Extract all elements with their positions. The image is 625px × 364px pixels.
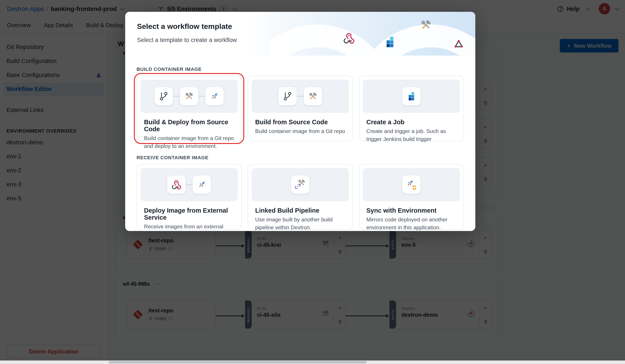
rocket-sync-icon <box>402 176 421 194</box>
build-template-grid: Build & Deploy from Source Code Build co… <box>137 76 464 141</box>
workflow-template-modal: Select a workflow template Select a temp… <box>125 12 475 231</box>
template-card-title: Deploy Image from External Service <box>144 207 234 221</box>
template-card-build-deploy-source[interactable]: Build & Deploy from Source Code Build co… <box>137 76 242 141</box>
card-icon-strip <box>252 80 349 113</box>
icon-connector <box>297 96 304 97</box>
receive-template-grid: Deploy Image from External Service Recei… <box>137 164 464 230</box>
modal-subtitle: Select a template to create a workflow <box>137 37 237 43</box>
card-icon-strip <box>363 80 460 113</box>
linked-build-icon <box>291 176 310 194</box>
card-icon-strip <box>140 168 238 201</box>
icon-connector <box>186 184 192 185</box>
template-card-description: Use image built by another build pipelin… <box>255 216 345 231</box>
build-tools-icon <box>304 87 322 105</box>
section-heading-receive: RECEIVE CONTAINER IMAGE <box>137 155 464 160</box>
template-card-description: Mirrors code deployed on another environ… <box>366 216 457 231</box>
job-blocks-icon <box>402 87 421 105</box>
git-branch-icon <box>278 87 297 105</box>
template-card-description: Receive images from an external service … <box>144 223 234 231</box>
template-card-title: Linked Build Pipeline <box>255 207 345 214</box>
template-card-sync-environment[interactable]: Sync with Environment Mirrors code deplo… <box>359 164 464 230</box>
card-icon-strip <box>363 168 460 201</box>
modal-body: BUILD CONTAINER IMAGE Build & Deploy fro… <box>125 66 475 230</box>
template-card-description: Build container image from a Git repo an… <box>144 135 234 150</box>
job-blocks-icon <box>383 35 397 50</box>
cd-triangle-icon <box>453 38 465 53</box>
rocket-icon <box>205 87 224 105</box>
template-card-create-job[interactable]: Create a Job Create and trigger a job. S… <box>359 76 464 141</box>
icon-connector <box>198 96 205 97</box>
template-card-deploy-external[interactable]: Deploy Image from External Service Recei… <box>137 164 242 230</box>
build-tools-icon <box>180 87 198 105</box>
modal-header: Select a workflow template Select a temp… <box>125 12 475 56</box>
ribbon-graphic <box>270 12 475 56</box>
git-branch-icon <box>155 87 173 105</box>
scrollbar-thumb[interactable] <box>109 361 367 364</box>
section-heading-build: BUILD CONTAINER IMAGE <box>137 66 464 72</box>
modal-title: Select a workflow template <box>137 22 232 31</box>
webhook-icon <box>167 176 186 194</box>
rocket-icon <box>192 176 211 194</box>
icon-connector <box>173 96 180 97</box>
app-root: Devtron Apps / banking-frontend-prod 5/5… <box>0 0 625 364</box>
card-icon-strip <box>252 168 349 201</box>
card-icon-strip <box>140 80 238 113</box>
template-card-title: Build & Deploy from Source Code <box>144 119 234 133</box>
template-card-title: Build from Source Code <box>255 119 345 125</box>
build-tools-icon <box>419 18 433 33</box>
template-card-title: Sync with Environment <box>366 207 457 214</box>
template-card-build-source[interactable]: Build from Source Code Build container i… <box>248 76 353 141</box>
template-card-linked-build[interactable]: Linked Build Pipeline Use image built by… <box>248 164 353 230</box>
template-card-description: Build container image from a Git repo <box>255 128 345 135</box>
template-card-description: Create and trigger a job. Such as trigge… <box>366 128 457 143</box>
devtron-screen: Devtron Apps / banking-frontend-prod 5/5… <box>0 0 625 364</box>
template-card-title: Create a Job <box>366 119 457 125</box>
ci-webhook-icon <box>343 32 355 46</box>
horizontal-scrollbar[interactable] <box>0 361 625 364</box>
